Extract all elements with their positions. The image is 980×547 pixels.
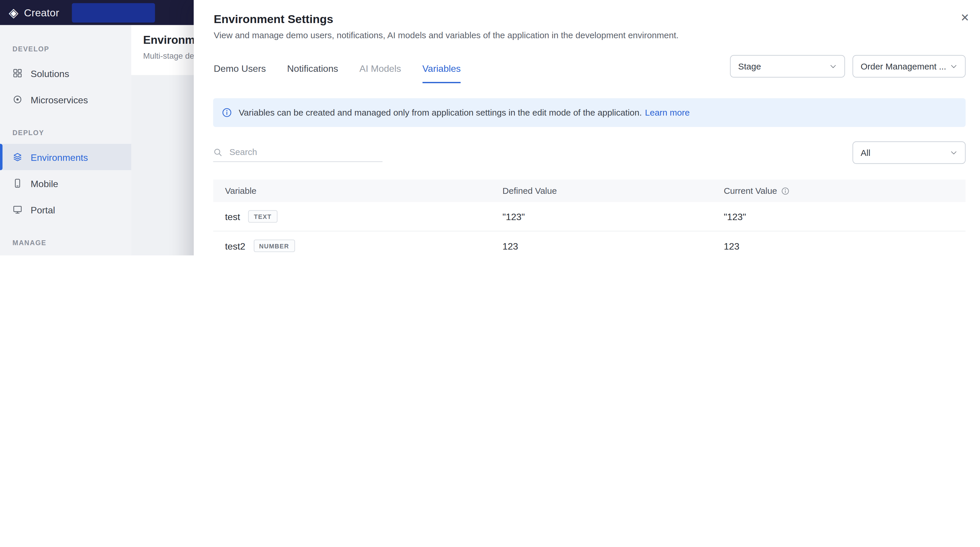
monitor-icon — [13, 205, 22, 215]
stage-dropdown-value: Stage — [738, 61, 761, 71]
sidebar-item-solutions[interactable]: Solutions — [0, 60, 131, 86]
type-filter-dropdown[interactable]: All — [853, 141, 966, 164]
column-header-defined-value: Defined Value — [503, 186, 724, 196]
column-header-current-value: Current Value — [724, 186, 777, 196]
table-row: test2NUMBER 123 123 — [213, 231, 966, 255]
sidebar-item-microservices[interactable]: Microservices — [0, 86, 131, 113]
sidebar: DEVELOP Solutions Microservices DEPLOY E… — [0, 25, 131, 255]
variable-name: test — [225, 211, 240, 222]
layers-icon — [13, 152, 22, 162]
grid-icon — [13, 68, 22, 78]
nav-section-manage: MANAGE — [13, 239, 131, 248]
stage-dropdown[interactable]: Stage — [730, 55, 845, 78]
modal-description: View and manage demo users, notification… — [214, 30, 679, 40]
current-value: 123 — [724, 241, 966, 251]
sidebar-item-mobile[interactable]: Mobile — [0, 170, 131, 196]
type-filter-value: All — [861, 148, 870, 158]
sidebar-item-label: Environments — [30, 152, 88, 162]
info-icon — [222, 108, 232, 118]
chevron-down-icon — [950, 62, 958, 70]
page-subtitle: Multi-stage de — [143, 51, 200, 61]
chevron-down-icon — [829, 62, 837, 70]
screen: ◈ Creator DEVELOP Solutions Microservice… — [0, 0, 980, 255]
application-dropdown-value: Order Management ... — [861, 61, 946, 71]
product-name: Creator — [24, 7, 59, 19]
mobile-icon — [13, 179, 22, 188]
table-header: Variable Defined Value Current Value — [213, 180, 966, 202]
app-selector-pill[interactable] — [72, 3, 155, 22]
environments-page-behind: Environments Multi-stage de — [131, 25, 200, 255]
learn-more-link[interactable]: Learn more — [645, 108, 689, 118]
tab-notifications[interactable]: Notifications — [287, 64, 338, 83]
tab-ai-models[interactable]: AI Models — [360, 64, 401, 83]
top-app-bar: ◈ Creator — [0, 0, 194, 25]
current-value: "123" — [724, 211, 966, 222]
sidebar-item-label: Solutions — [30, 68, 69, 78]
table-row: testTEXT "123" "123" — [213, 202, 966, 231]
chevron-down-icon — [950, 149, 958, 156]
modal-tabs: Demo Users Notifications AI Models Varia… — [214, 64, 461, 83]
type-badge: TEXT — [248, 210, 277, 223]
microservices-icon — [13, 94, 22, 105]
info-banner: Variables can be created and managed onl… — [213, 98, 966, 127]
tab-variables[interactable]: Variables — [422, 64, 461, 83]
application-dropdown[interactable]: Order Management ... — [853, 55, 966, 78]
sidebar-item-label: Microservices — [30, 94, 88, 105]
variable-name: test2 — [225, 241, 245, 251]
nav-section-deploy: DEPLOY — [13, 129, 131, 137]
current-value-info-icon[interactable] — [781, 187, 789, 195]
page-title: Environments — [143, 34, 200, 47]
close-icon[interactable]: ✕ — [961, 13, 969, 23]
modal-title: Environment Settings — [214, 13, 333, 26]
tab-demo-users[interactable]: Demo Users — [214, 64, 266, 83]
sidebar-item-environments[interactable]: Environments — [0, 144, 131, 170]
sidebar-item-users[interactable]: Users — [0, 254, 131, 255]
search-field — [213, 143, 383, 162]
defined-value: 123 — [503, 241, 724, 251]
search-input[interactable] — [228, 146, 382, 158]
sidebar-item-portal[interactable]: Portal — [0, 196, 131, 223]
nav-section-develop: DEVELOP — [13, 45, 131, 54]
environment-settings-modal: Environment Settings ✕ View and manage d… — [194, 0, 980, 255]
search-icon — [213, 147, 223, 157]
sidebar-item-label: Portal — [30, 204, 55, 215]
column-header-variable: Variable — [213, 186, 503, 196]
sidebar-item-label: Mobile — [30, 178, 58, 188]
type-badge: NUMBER — [253, 240, 295, 252]
creator-logo-icon: ◈ — [9, 6, 18, 19]
info-banner-text: Variables can be created and managed onl… — [239, 108, 642, 118]
variables-table: Variable Defined Value Current Value tes… — [213, 180, 966, 255]
defined-value: "123" — [503, 211, 724, 222]
